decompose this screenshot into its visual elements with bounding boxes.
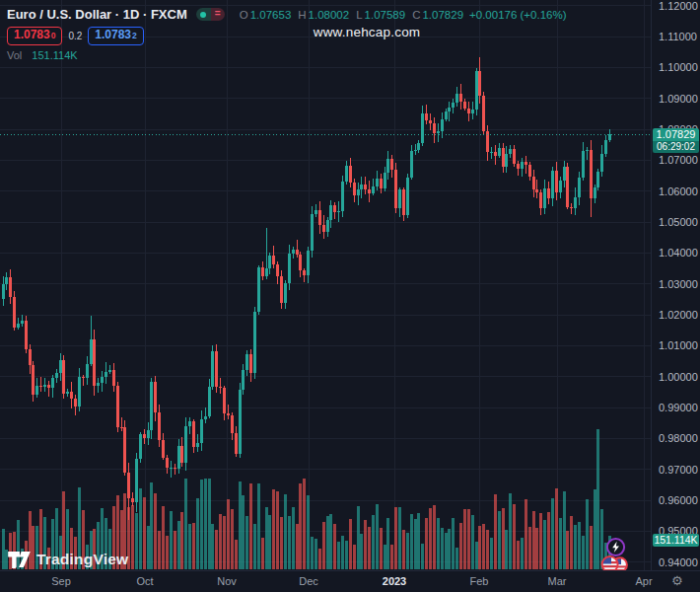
tradingview-logo[interactable]: TradingView	[8, 551, 128, 568]
ask-button[interactable]: 1.07832	[88, 27, 143, 45]
volume-label: Vol	[7, 49, 22, 61]
price-axis-label: 1.09000	[659, 93, 698, 105]
time-axis-label: Sep	[51, 575, 71, 587]
time-axis-label: Dec	[299, 575, 318, 587]
chart-legend: Euro / U.S. Dollar · 1D · FXCM = O1.0765…	[7, 6, 567, 61]
bid-price: 1.0783	[14, 28, 50, 42]
pause-icon: =	[211, 8, 225, 21]
ask-last-digit: 2	[132, 29, 137, 43]
volume-axis-label: 151.114K	[653, 534, 699, 547]
price-axis-label: 1.05000	[659, 216, 698, 228]
bid-button[interactable]: 1.07830	[7, 27, 62, 45]
price-axis-label: 1.02000	[659, 309, 698, 321]
low-label: L	[356, 9, 362, 21]
countdown-timer: 06:29:02	[653, 141, 699, 153]
close-value: 1.07829	[422, 9, 463, 21]
last-price-value: 1.07829	[653, 128, 699, 141]
tradingview-chart-widget: www.nehcap.com Euro / U.S. Dollar · 1D ·…	[0, 0, 700, 592]
price-axis-label: 0.94000	[659, 556, 698, 568]
market-status-toggle[interactable]: =	[196, 8, 225, 21]
high-value: 1.08002	[309, 9, 350, 21]
price-axis-label: 1.03000	[659, 278, 698, 290]
status-dot-icon	[200, 12, 206, 18]
tradingview-logo-icon	[8, 552, 31, 568]
ask-price: 1.0783	[95, 28, 131, 42]
ohlc-readout: O1.07653 H1.08002 L1.07589 C1.07829 +0.0…	[233, 9, 567, 21]
change-value: +0.00176 (+0.16%)	[469, 9, 566, 21]
open-value: 1.07653	[250, 9, 292, 21]
price-axis-label: 0.96000	[659, 494, 698, 506]
price-axis-label: 1.04000	[659, 247, 698, 259]
chart-plot-area[interactable]: www.nehcap.com Euro / U.S. Dollar · 1D ·…	[0, 0, 651, 570]
price-axis[interactable]: 1.120001.110001.100001.090001.080001.070…	[651, 0, 700, 570]
open-label: O	[240, 9, 248, 21]
volume-value: 151.114K	[32, 49, 77, 61]
price-axis-label: 0.99000	[659, 402, 698, 413]
settings-gear-icon[interactable]: ⚙︎	[671, 573, 683, 588]
time-axis-label: Nov	[217, 575, 237, 587]
price-axis-label: 0.98000	[659, 432, 698, 444]
price-axis-label: 1.10000	[659, 61, 698, 73]
price-axis-label: 1.12000	[659, 0, 698, 12]
price-axis-label: 1.07000	[659, 154, 698, 166]
symbol-title[interactable]: Euro / U.S. Dollar · 1D · FXCM	[7, 7, 187, 22]
price-axis-label: 1.00000	[659, 371, 698, 383]
time-axis-label: Oct	[136, 575, 153, 587]
price-axis-label: 0.97000	[659, 464, 698, 476]
price-axis-label: 1.01000	[659, 339, 698, 351]
price-axis-label: 1.11000	[659, 31, 697, 42]
time-axis-label: Feb	[470, 575, 489, 587]
last-price-label: 1.07829 06:29:02	[653, 128, 699, 153]
close-label: C	[412, 9, 420, 21]
price-axis-label: 1.06000	[659, 185, 698, 197]
time-axis-label: Mar	[548, 575, 567, 587]
time-axis-label: Apr	[635, 575, 652, 587]
low-value: 1.07589	[365, 9, 406, 21]
candlestick-chart[interactable]	[0, 0, 651, 570]
event-marker-flags-icon[interactable]	[600, 555, 630, 570]
bid-last-digit: 0	[51, 29, 56, 43]
high-label: H	[298, 9, 306, 21]
spread-value: 0.2	[68, 31, 82, 41]
time-axis[interactable]: SepOctNovDec2023FebMarApr ⚙︎	[0, 570, 700, 592]
tradingview-logo-text: TradingView	[36, 551, 128, 568]
time-axis-label: 2023	[383, 575, 406, 587]
